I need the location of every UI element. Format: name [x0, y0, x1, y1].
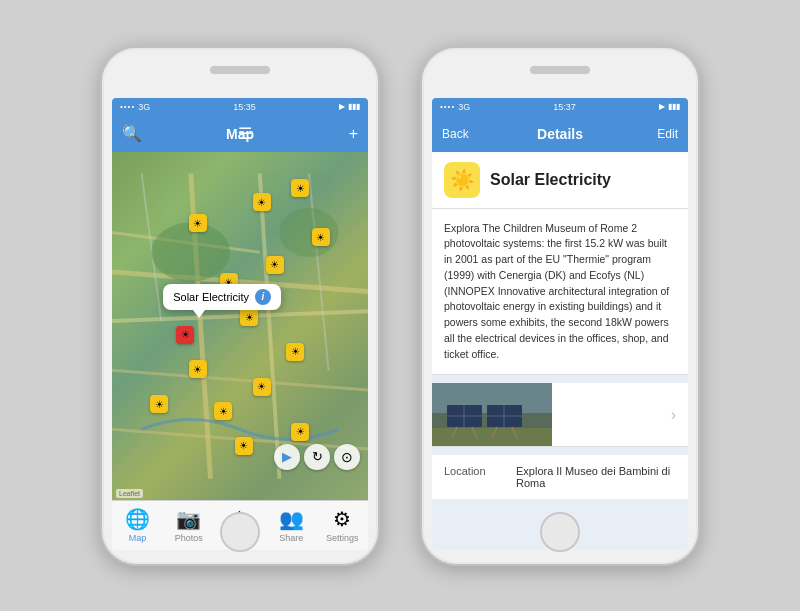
marker-10[interactable]: ☀ — [253, 378, 271, 396]
time-1: 15:35 — [233, 102, 256, 112]
phone-screen-details: •••• 3G 15:37 ▶ ▮▮▮ Back Details Edit — [432, 98, 688, 550]
svg-line-3 — [260, 173, 280, 478]
marker-8[interactable]: ☀ — [286, 343, 304, 361]
map-background: ☀ ☀ ☀ ☀ ☀ ☀ ☀ ☀ ☀ ☀ ☀ ☀ ☀ ☀ ☀ — [112, 152, 368, 500]
battery-icon-2: ▮▮▮ — [668, 102, 680, 111]
phone-details: •••• 3G 15:37 ▶ ▮▮▮ Back Details Edit — [420, 46, 700, 566]
detail-header: ☀️ Solar Electricity — [432, 152, 688, 209]
detail-image-thumbnail — [432, 383, 552, 447]
detail-title: Solar Electricity — [490, 171, 611, 189]
marker-red[interactable]: ☀ — [176, 326, 194, 344]
network-1: 3G — [138, 102, 150, 112]
marker-4[interactable]: ☀ — [312, 228, 330, 246]
marker-9[interactable]: ☀ — [189, 360, 207, 378]
edit-button[interactable]: Edit — [657, 127, 678, 141]
settings-tab-label: Settings — [326, 533, 359, 543]
image-row-chevron: › — [671, 406, 688, 424]
nav-bar-details: Back Details Edit — [432, 116, 688, 152]
refresh-button[interactable]: ↻ — [304, 444, 330, 470]
share-tab-label: Share — [279, 533, 303, 543]
status-right-1: ▶ ▮▮▮ — [339, 102, 360, 111]
marker-5[interactable]: ☀ — [266, 256, 284, 274]
add-icon[interactable]: + — [349, 125, 358, 143]
info-icon: i — [262, 291, 265, 302]
wifi-icon: ▶ — [339, 102, 345, 111]
marker-13[interactable]: ☀ — [291, 423, 309, 441]
callout-title: Solar Electricity — [173, 291, 249, 303]
marker-11[interactable]: ☀ — [150, 395, 168, 413]
network-2: 3G — [458, 102, 470, 112]
phone-screen-map: •••• 3G 15:35 ▶ ▮▮▮ 🔍 ☰ Map + — [112, 98, 368, 550]
tab-settings[interactable]: ⚙ Settings — [322, 507, 362, 543]
battery-icon-1: ▮▮▮ — [348, 102, 360, 111]
marker-3[interactable]: ☀ — [189, 214, 207, 232]
solar-icon-badge: ☀️ — [444, 162, 480, 198]
detail-location-row: Location Explora Il Museo dei Bambini di… — [432, 455, 688, 499]
status-bar-2: •••• 3G 15:37 ▶ ▮▮▮ — [432, 98, 688, 116]
location-button[interactable]: ▶ — [274, 444, 300, 470]
marker-7[interactable]: ☀ — [240, 308, 258, 326]
search-icon[interactable]: 🔍 — [122, 124, 142, 143]
compass-button[interactable]: ⊙ — [334, 444, 360, 470]
phone-map: •••• 3G 15:35 ▶ ▮▮▮ 🔍 ☰ Map + — [100, 46, 380, 566]
status-left-2: •••• 3G — [440, 102, 470, 112]
marker-1[interactable]: ☀ — [253, 193, 271, 211]
map-tab-label: Map — [129, 533, 147, 543]
map-callout[interactable]: Solar Electricity i — [163, 284, 281, 310]
sun-icon: ☀️ — [450, 168, 475, 192]
uploads-tab-label: Uploads — [223, 533, 256, 543]
detail-image-row[interactable]: › — [432, 383, 688, 447]
svg-line-4 — [112, 370, 368, 390]
status-right-2: ▶ ▮▮▮ — [659, 102, 680, 111]
tab-photos[interactable]: 📷 Photos — [169, 507, 209, 543]
location-label: Location — [444, 465, 504, 489]
signal-dots-2: •••• — [440, 102, 455, 111]
svg-line-6 — [309, 173, 329, 370]
location-value: Explora Il Museo dei Bambini di Roma — [516, 465, 676, 489]
tab-bar: 🌐 Map 📷 Photos ⬆ Uploads 👥 Share ⚙ — [112, 500, 368, 550]
details-content: ☀️ Solar Electricity Explora The Childre… — [432, 152, 688, 550]
marker-12[interactable]: ☀ — [214, 402, 232, 420]
detail-description: Explora The Children Museum of Rome 2 ph… — [432, 209, 688, 376]
signal-dots-1: •••• — [120, 102, 135, 111]
back-button[interactable]: Back — [442, 127, 469, 141]
nav-bar-map: 🔍 ☰ Map + — [112, 116, 368, 152]
solar-panel-image — [432, 383, 552, 447]
map-attribution: Leaflet — [116, 489, 143, 498]
share-tab-icon: 👥 — [279, 507, 304, 531]
status-bar-1: •••• 3G 15:35 ▶ ▮▮▮ — [112, 98, 368, 116]
map-area[interactable]: ☀ ☀ ☀ ☀ ☀ ☀ ☀ ☀ ☀ ☀ ☀ ☀ ☀ ☀ ☀ — [112, 152, 368, 500]
tab-map[interactable]: 🌐 Map — [118, 507, 158, 543]
wifi-icon-2: ▶ — [659, 102, 665, 111]
tab-share[interactable]: 👥 Share — [271, 507, 311, 543]
photos-tab-label: Photos — [175, 533, 203, 543]
settings-tab-icon: ⚙ — [333, 507, 351, 531]
marker-2[interactable]: ☀ — [291, 179, 309, 197]
details-nav-title: Details — [537, 126, 583, 142]
callout-info-button[interactable]: i — [255, 289, 271, 305]
status-left-1: •••• 3G — [120, 102, 150, 112]
list-icon[interactable]: ☰ — [238, 124, 252, 143]
time-2: 15:37 — [553, 102, 576, 112]
marker-14[interactable]: ☀ — [235, 437, 253, 455]
uploads-tab-icon: ⬆ — [231, 507, 248, 531]
tab-uploads[interactable]: ⬆ Uploads — [220, 507, 260, 543]
photos-tab-icon: 📷 — [176, 507, 201, 531]
map-tab-icon: 🌐 — [125, 507, 150, 531]
